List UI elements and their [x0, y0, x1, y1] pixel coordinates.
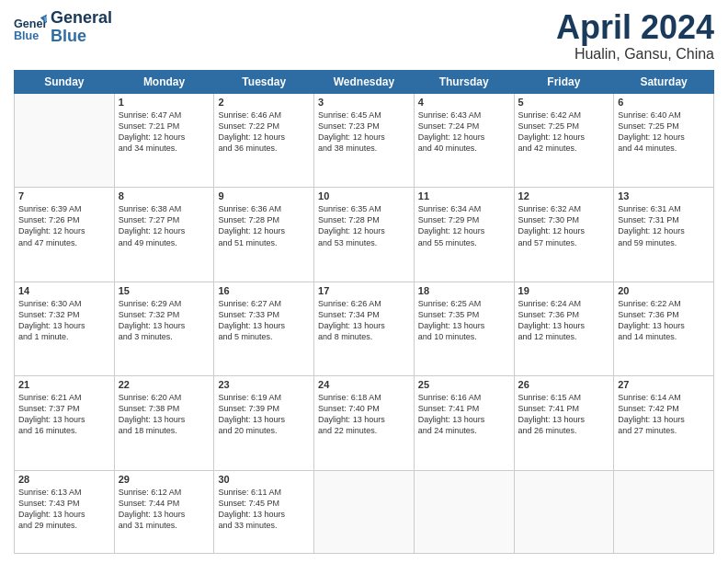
calendar-cell: [414, 470, 514, 553]
cell-info: Sunrise: 6:45 AM Sunset: 7:23 PM Dayligh…: [318, 109, 410, 155]
calendar-cell: 30Sunrise: 6:11 AM Sunset: 7:45 PM Dayli…: [214, 470, 314, 553]
cell-info: Sunrise: 6:34 AM Sunset: 7:29 PM Dayligh…: [418, 203, 510, 248]
cell-info: Sunrise: 6:27 AM Sunset: 7:33 PM Dayligh…: [218, 298, 310, 343]
day-number: 23: [218, 379, 310, 390]
calendar-cell: 29Sunrise: 6:12 AM Sunset: 7:44 PM Dayli…: [114, 470, 214, 553]
calendar-header-row: Sunday Monday Tuesday Wednesday Thursday…: [15, 70, 714, 93]
day-number: 27: [618, 379, 710, 390]
cell-info: Sunrise: 6:25 AM Sunset: 7:35 PM Dayligh…: [418, 298, 510, 343]
cell-info: Sunrise: 6:35 AM Sunset: 7:28 PM Dayligh…: [318, 203, 410, 248]
day-number: 30: [218, 474, 310, 485]
day-number: 26: [518, 379, 610, 390]
day-number: 28: [18, 474, 110, 485]
day-number: 4: [418, 97, 510, 108]
calendar-cell: 19Sunrise: 6:24 AM Sunset: 7:36 PM Dayli…: [514, 282, 614, 375]
cell-info: Sunrise: 6:43 AM Sunset: 7:24 PM Dayligh…: [418, 109, 510, 155]
col-saturday: Saturday: [614, 70, 714, 93]
location-title: Hualin, Gansu, China: [556, 46, 714, 63]
calendar-cell: 7Sunrise: 6:39 AM Sunset: 7:26 PM Daylig…: [15, 188, 115, 282]
calendar-cell: 9Sunrise: 6:36 AM Sunset: 7:28 PM Daylig…: [214, 188, 314, 282]
week-row-1: 1Sunrise: 6:47 AM Sunset: 7:21 PM Daylig…: [15, 93, 714, 187]
week-row-3: 14Sunrise: 6:30 AM Sunset: 7:32 PM Dayli…: [15, 282, 714, 375]
day-number: 3: [318, 97, 410, 108]
day-number: 12: [518, 190, 610, 201]
cell-info: Sunrise: 6:31 AM Sunset: 7:31 PM Dayligh…: [618, 203, 710, 248]
calendar-cell: 11Sunrise: 6:34 AM Sunset: 7:29 PM Dayli…: [414, 188, 514, 282]
col-tuesday: Tuesday: [214, 70, 314, 93]
week-row-2: 7Sunrise: 6:39 AM Sunset: 7:26 PM Daylig…: [15, 188, 714, 282]
cell-info: Sunrise: 6:15 AM Sunset: 7:41 PM Dayligh…: [518, 392, 610, 437]
calendar-cell: 16Sunrise: 6:27 AM Sunset: 7:33 PM Dayli…: [214, 282, 314, 375]
cell-info: Sunrise: 6:46 AM Sunset: 7:22 PM Dayligh…: [218, 109, 310, 155]
calendar-cell: 26Sunrise: 6:15 AM Sunset: 7:41 PM Dayli…: [514, 376, 614, 470]
day-number: 21: [18, 379, 110, 390]
logo-line1: General: [51, 9, 112, 28]
svg-text:Blue: Blue: [14, 29, 39, 41]
day-number: 18: [418, 285, 510, 296]
calendar-cell: 15Sunrise: 6:29 AM Sunset: 7:32 PM Dayli…: [114, 282, 214, 375]
cell-info: Sunrise: 6:19 AM Sunset: 7:39 PM Dayligh…: [218, 392, 310, 437]
day-number: 17: [318, 285, 410, 296]
calendar-cell: [614, 470, 714, 553]
general-blue-logo-icon: General Blue: [14, 11, 47, 44]
day-number: 13: [618, 190, 710, 201]
day-number: 11: [418, 190, 510, 201]
day-number: 24: [318, 379, 410, 390]
cell-info: Sunrise: 6:22 AM Sunset: 7:36 PM Dayligh…: [618, 298, 710, 343]
cell-info: Sunrise: 6:39 AM Sunset: 7:26 PM Dayligh…: [18, 203, 110, 248]
col-wednesday: Wednesday: [314, 70, 415, 93]
calendar-cell: [314, 470, 415, 553]
calendar-cell: 8Sunrise: 6:38 AM Sunset: 7:27 PM Daylig…: [114, 188, 214, 282]
calendar-cell: 12Sunrise: 6:32 AM Sunset: 7:30 PM Dayli…: [514, 188, 614, 282]
day-number: 22: [119, 379, 210, 390]
cell-info: Sunrise: 6:24 AM Sunset: 7:36 PM Dayligh…: [518, 298, 610, 343]
title-block: April 2024 Hualin, Gansu, China: [556, 9, 714, 63]
col-monday: Monday: [114, 70, 214, 93]
calendar-cell: 22Sunrise: 6:20 AM Sunset: 7:38 PM Dayli…: [114, 376, 214, 470]
day-number: 20: [618, 285, 710, 296]
col-friday: Friday: [514, 70, 614, 93]
cell-info: Sunrise: 6:26 AM Sunset: 7:34 PM Dayligh…: [318, 298, 410, 343]
day-number: 19: [518, 285, 610, 296]
day-number: 2: [218, 97, 310, 108]
cell-info: Sunrise: 6:30 AM Sunset: 7:32 PM Dayligh…: [18, 298, 110, 343]
calendar-cell: 6Sunrise: 6:40 AM Sunset: 7:25 PM Daylig…: [614, 93, 714, 187]
week-row-5: 28Sunrise: 6:13 AM Sunset: 7:43 PM Dayli…: [15, 470, 714, 553]
calendar-cell: 5Sunrise: 6:42 AM Sunset: 7:25 PM Daylig…: [514, 93, 614, 187]
day-number: 16: [218, 285, 310, 296]
cell-info: Sunrise: 6:12 AM Sunset: 7:44 PM Dayligh…: [119, 487, 210, 532]
calendar-cell: 20Sunrise: 6:22 AM Sunset: 7:36 PM Dayli…: [614, 282, 714, 375]
cell-info: Sunrise: 6:16 AM Sunset: 7:41 PM Dayligh…: [418, 392, 510, 437]
calendar-cell: 2Sunrise: 6:46 AM Sunset: 7:22 PM Daylig…: [214, 93, 314, 187]
day-number: 7: [18, 190, 110, 201]
cell-info: Sunrise: 6:29 AM Sunset: 7:32 PM Dayligh…: [119, 298, 210, 343]
calendar-cell: 3Sunrise: 6:45 AM Sunset: 7:23 PM Daylig…: [314, 93, 415, 187]
month-title: April 2024: [556, 9, 714, 46]
calendar-cell: 1Sunrise: 6:47 AM Sunset: 7:21 PM Daylig…: [114, 93, 214, 187]
calendar-cell: 13Sunrise: 6:31 AM Sunset: 7:31 PM Dayli…: [614, 188, 714, 282]
day-number: 5: [518, 97, 610, 108]
day-number: 10: [318, 190, 410, 201]
calendar-cell: 10Sunrise: 6:35 AM Sunset: 7:28 PM Dayli…: [314, 188, 415, 282]
logo-text: General Blue: [51, 9, 112, 46]
day-number: 9: [218, 190, 310, 201]
cell-info: Sunrise: 6:47 AM Sunset: 7:21 PM Dayligh…: [119, 109, 210, 155]
day-number: 14: [18, 285, 110, 296]
calendar-cell: 27Sunrise: 6:14 AM Sunset: 7:42 PM Dayli…: [614, 376, 714, 470]
col-sunday: Sunday: [15, 70, 115, 93]
calendar-cell: [514, 470, 614, 553]
calendar-table: Sunday Monday Tuesday Wednesday Thursday…: [14, 70, 714, 554]
logo: General Blue General Blue: [14, 9, 112, 46]
cell-info: Sunrise: 6:32 AM Sunset: 7:30 PM Dayligh…: [518, 203, 610, 248]
calendar-cell: 4Sunrise: 6:43 AM Sunset: 7:24 PM Daylig…: [414, 93, 514, 187]
cell-info: Sunrise: 6:11 AM Sunset: 7:45 PM Dayligh…: [218, 487, 310, 532]
calendar-cell: 14Sunrise: 6:30 AM Sunset: 7:32 PM Dayli…: [15, 282, 115, 375]
calendar-cell: 23Sunrise: 6:19 AM Sunset: 7:39 PM Dayli…: [214, 376, 314, 470]
calendar-cell: 25Sunrise: 6:16 AM Sunset: 7:41 PM Dayli…: [414, 376, 514, 470]
calendar-cell: 24Sunrise: 6:18 AM Sunset: 7:40 PM Dayli…: [314, 376, 415, 470]
week-row-4: 21Sunrise: 6:21 AM Sunset: 7:37 PM Dayli…: [15, 376, 714, 470]
calendar-cell: 18Sunrise: 6:25 AM Sunset: 7:35 PM Dayli…: [414, 282, 514, 375]
day-number: 8: [119, 190, 210, 201]
cell-info: Sunrise: 6:20 AM Sunset: 7:38 PM Dayligh…: [119, 392, 210, 437]
page: General Blue General Blue April 2024 Hua…: [0, 0, 728, 563]
